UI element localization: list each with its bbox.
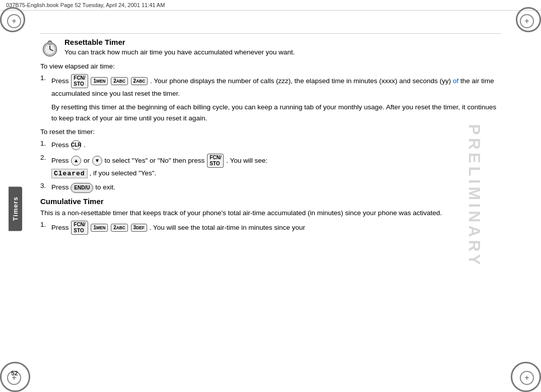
section2-title: Cumulative Timer <box>40 197 501 206</box>
step1-prefix: Press <box>51 77 69 84</box>
reset-step2-suffix: . You will see: <box>226 156 267 164</box>
key-fcnsto-1: FCN/STO <box>71 74 88 88</box>
key-3def: 3DEF <box>131 224 147 232</box>
cleared-display: Cleared <box>51 169 88 178</box>
reset-step1-item: 1. Press CLR . <box>40 140 501 151</box>
reset-step2-text: Press ▲ or ▼ to select "Yes" or "No" the… <box>51 154 501 179</box>
section1-title: Resettable Timer <box>64 38 501 46</box>
section1-title-block: Resettable Timer You can track how much … <box>64 38 501 57</box>
crosshair-br <box>520 371 534 385</box>
reset-step2-mid: to select "Yes" or "No" then press <box>105 156 207 164</box>
key-1men: 1MEN <box>91 77 108 85</box>
key-fcnsto-2: FCN/STO <box>207 154 224 168</box>
key-1men-2: 1MEN <box>91 224 108 232</box>
page-number: 52 <box>11 370 18 377</box>
key-fcnsto-3: FCN/STO <box>71 221 88 235</box>
step1-num: 1. <box>40 74 51 99</box>
reset-step1-num: 1. <box>40 140 51 151</box>
reset-label: To reset the timer: <box>40 126 501 138</box>
reset-step1-prefix: Press <box>51 141 69 149</box>
sidebar-tab-label: Timers <box>9 186 22 231</box>
key-endu: END/U <box>71 183 93 193</box>
section2-intro: This is a non-resettable timer that keep… <box>40 208 501 219</box>
section2-step1-item: 1. Press FCN/STO 1MEN 2ABC 3DEF . You wi… <box>40 221 501 235</box>
key-2abc-3: 2ABC <box>111 224 128 232</box>
key-2abc-2: 2ABC <box>131 77 148 85</box>
top-bar-text: 037B75-English.book Page 52 Tuesday, Apr… <box>6 2 165 8</box>
section2-step1-text: Press FCN/STO 1MEN 2ABC 3DEF . You will … <box>51 221 501 235</box>
section1-header: Resettable Timer You can track how much … <box>40 38 501 58</box>
reset-step2-num: 2. <box>40 154 51 179</box>
reset-step2-or: or <box>84 156 90 164</box>
top-divider <box>40 33 501 34</box>
clock-icon <box>40 39 59 58</box>
top-bar: 037B75-English.book Page 52 Tuesday, Apr… <box>0 0 541 11</box>
reset-step2-prefix: Press <box>51 156 69 164</box>
section1-intro: You can track how much air time you have… <box>64 47 501 57</box>
reset-step3-prefix: Press <box>51 183 69 191</box>
reset-step3-item: 3. Press END/U to exit. <box>40 182 501 193</box>
key-up-arrow: ▲ <box>71 156 81 166</box>
reset-step3-suffix: to exit. <box>95 183 115 191</box>
key-2abc-1: 2ABC <box>111 77 128 85</box>
step1-text: Press FCN/STO 1MEN 2ABC 2ABC . Your phon… <box>51 74 501 99</box>
highlight-of: of <box>453 77 458 84</box>
section2-step1-suffix: . You will see the total air-time in min… <box>150 223 305 231</box>
section2-step1-num: 1. <box>40 221 51 235</box>
step1-item: 1. Press FCN/STO 1MEN 2ABC 2ABC . Your p… <box>40 74 501 99</box>
reset-step2-note: , if you selected "Yes". <box>89 169 156 177</box>
key-clr: CLR <box>71 140 81 150</box>
section2-step1-prefix: Press <box>51 223 69 231</box>
key-down-arrow: ▼ <box>92 156 102 166</box>
left-sidebar: Timers 52 <box>0 25 30 392</box>
view-label: To view elapsed air time: <box>40 61 501 72</box>
reset-step2-item: 2. Press ▲ or ▼ to select "Yes" or "No" … <box>40 154 501 179</box>
crosshair-tr <box>520 14 534 28</box>
reset-step1-text: Press CLR . <box>51 140 501 151</box>
reset-step3-text: Press END/U to exit. <box>51 182 501 193</box>
step1-subpara: By resetting this timer at the beginning… <box>51 102 501 123</box>
reset-step3-num: 3. <box>40 182 51 193</box>
main-content: Resettable Timer You can track how much … <box>30 25 513 382</box>
